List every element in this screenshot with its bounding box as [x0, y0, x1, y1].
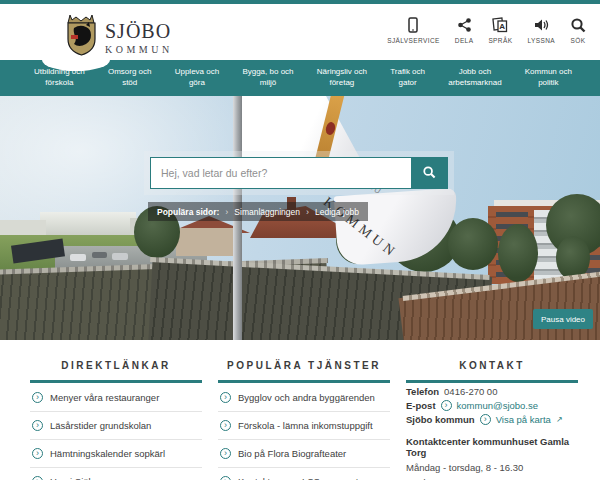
link-label: Läsårstider grundskolan	[50, 420, 151, 431]
kommun-label: Sjöbo kommun	[406, 414, 475, 425]
chevron-circle-icon	[220, 448, 231, 459]
coat-of-arms-icon	[66, 14, 97, 60]
pause-video-button[interactable]: Pausa video	[533, 309, 593, 329]
link-label: Menyer våra restauranger	[50, 392, 159, 403]
section-divider	[218, 380, 390, 383]
search-submit-button[interactable]	[411, 158, 447, 188]
search-toggle-button[interactable]: SÖK	[570, 17, 586, 44]
opening-hours-1: Måndag - torsdag, 8 - 16.30	[406, 462, 578, 473]
tree	[498, 224, 538, 282]
search-icon	[422, 165, 436, 182]
chevron-separator: ›	[225, 207, 228, 217]
link-forskola-inkomst[interactable]: Förskola - lämna inkomstuppgift	[218, 412, 390, 440]
link-bio-flora[interactable]: Bio på Flora Biografteater	[218, 440, 390, 468]
translate-icon: A	[492, 17, 508, 33]
listen-label: LYSSNA	[527, 37, 555, 44]
link-lasarstider[interactable]: Läsårstider grundskolan	[30, 412, 202, 440]
share-icon	[457, 17, 472, 33]
telefon-value: 0416-270 00	[444, 386, 497, 397]
chevron-circle-icon	[480, 414, 491, 425]
listen-icon	[533, 17, 549, 33]
chevron-circle-icon	[220, 392, 231, 403]
main-nav: Utbildning och förskola Omsorg och stöd …	[0, 60, 600, 96]
share-label: DELA	[455, 37, 474, 44]
selfservice-button[interactable]: SJÄLVSERVICE	[387, 17, 440, 44]
link-label: Bio på Flora Biografteater	[238, 448, 346, 459]
language-label: SPRÅK	[488, 37, 512, 44]
hero-video: – DU KOMMUN Populära sidor: › Simanläggn…	[0, 96, 600, 340]
link-label: Kontaktperson LSS - rapportera	[238, 476, 372, 480]
nav-jobb[interactable]: Jobb och arbetsmarknad	[448, 67, 501, 89]
telefon-label: Telefon	[406, 386, 439, 397]
popular-pages-bar: Populära sidor: › Simanläggningen › Ledi…	[148, 202, 368, 221]
language-button[interactable]: A SPRÅK	[488, 17, 512, 44]
kontakt-column: KONTAKT Telefon 0416-270 00 E-post kommu…	[406, 352, 578, 480]
chevron-circle-icon	[32, 476, 43, 480]
direktlankar-column: DIREKTLÄNKAR Menyer våra restauranger Lä…	[30, 352, 202, 480]
link-label: Förskola - lämna inkomstuppgift	[238, 420, 373, 431]
kontakt-telefon: Telefon 0416-270 00	[406, 386, 578, 397]
popular-pages-label: Populära sidor:	[157, 207, 219, 217]
tjanster-title: POPULÄRA TJÄNSTER	[218, 360, 390, 371]
section-divider	[406, 380, 578, 383]
smartphone-icon	[406, 17, 420, 33]
link-label: Ung i Sjöbo	[50, 476, 99, 480]
epost-link[interactable]: kommun@sjobo.se	[457, 400, 538, 411]
link-kontaktperson-lss[interactable]: Kontaktperson LSS - rapportera	[218, 468, 390, 480]
car	[70, 254, 86, 261]
popular-link-lediga-jobb[interactable]: Lediga jobb	[315, 207, 359, 217]
chevron-circle-icon	[220, 420, 231, 431]
car	[112, 253, 128, 260]
nav-kommun[interactable]: Kommun och politik	[525, 67, 572, 89]
nav-trafik[interactable]: Trafik och gator	[390, 67, 425, 89]
nav-omsorg[interactable]: Omsorg och stöd	[108, 67, 152, 89]
external-link-icon: ↗	[556, 415, 563, 424]
logo-wordmark: SJÖBO KOMMUN	[105, 20, 173, 55]
chevron-circle-icon	[441, 400, 452, 411]
utility-nav: SJÄLVSERVICE DELA A SPRÅK LYSSNA SÖK	[387, 17, 586, 44]
quick-links-section: DIREKTLÄNKAR Menyer våra restauranger Lä…	[0, 340, 600, 480]
section-divider	[30, 380, 202, 383]
search-icon	[570, 17, 586, 33]
tjanster-column: POPULÄRA TJÄNSTER Bygglov och andra bygg…	[218, 352, 390, 480]
svg-text:A: A	[500, 22, 506, 31]
kontakt-karta: Sjöbo kommun Visa på karta ↗	[406, 414, 578, 425]
hero-search	[150, 157, 448, 189]
selfservice-label: SJÄLVSERVICE	[387, 37, 440, 44]
kontaktcenter-name: Kontaktcenter kommunhuset Gamla Torg	[406, 436, 578, 458]
nav-uppleva[interactable]: Uppleva och göra	[175, 67, 219, 89]
link-label: Bygglov och andra byggärenden	[238, 392, 375, 403]
nav-bygga[interactable]: Bygga, bo och miljö	[242, 67, 293, 89]
listen-button[interactable]: LYSSNA	[527, 17, 555, 44]
link-ung-i-sjobo[interactable]: Ung i Sjöbo	[30, 468, 202, 480]
tree	[448, 218, 498, 270]
karta-link[interactable]: Visa på karta	[496, 414, 551, 425]
chevron-circle-icon	[32, 420, 43, 431]
search-label: SÖK	[571, 37, 586, 44]
link-label: Hämtningskalender sopkärl	[50, 448, 165, 459]
nav-naringsliv[interactable]: Näringsliv och företag	[317, 67, 367, 89]
search-input[interactable]	[151, 158, 411, 188]
direktlankar-title: DIREKTLÄNKAR	[30, 360, 202, 371]
chevron-circle-icon	[220, 476, 231, 480]
site-header: SJÖBO KOMMUN SJÄLVSERVICE DELA A SPRÅK	[0, 4, 600, 60]
share-button[interactable]: DELA	[455, 17, 474, 44]
car	[92, 252, 107, 258]
chevron-circle-icon	[32, 448, 43, 459]
epost-label: E-post	[406, 400, 436, 411]
logo-title: SJÖBO	[105, 20, 173, 43]
link-bygglov[interactable]: Bygglov och andra byggärenden	[218, 384, 390, 412]
chevron-circle-icon	[32, 392, 43, 403]
popular-link-simanlaggningen[interactable]: Simanläggningen	[234, 207, 300, 217]
site-logo[interactable]: SJÖBO KOMMUN	[66, 14, 173, 60]
link-menyer-restauranger[interactable]: Menyer våra restauranger	[30, 384, 202, 412]
chevron-separator: ›	[306, 207, 309, 217]
nav-utbildning[interactable]: Utbildning och förskola	[34, 67, 85, 89]
link-hamtningskalender[interactable]: Hämtningskalender sopkärl	[30, 440, 202, 468]
logo-subtitle: KOMMUN	[105, 44, 173, 55]
kontakt-title: KONTAKT	[406, 360, 578, 371]
kontakt-epost: E-post kommun@sjobo.se	[406, 400, 578, 411]
